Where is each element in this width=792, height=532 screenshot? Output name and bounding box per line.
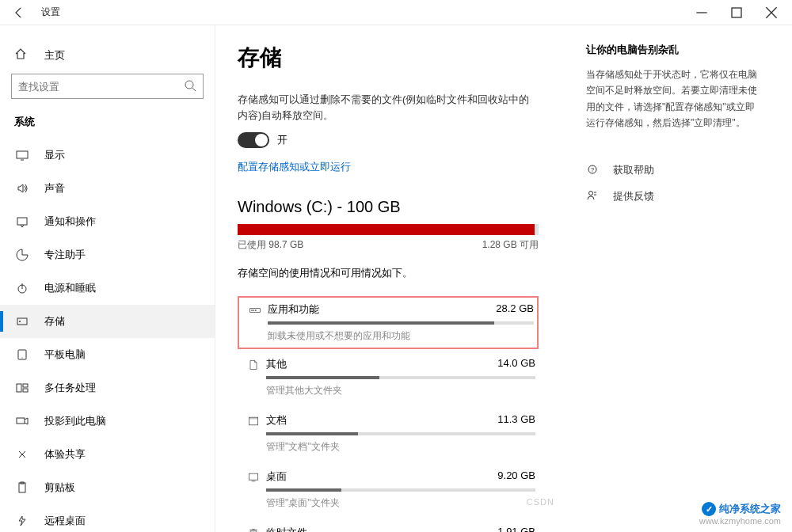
sidebar-item-remote[interactable]: 远程桌面 bbox=[0, 504, 215, 532]
feedback-icon bbox=[586, 189, 605, 204]
category-icon bbox=[241, 469, 266, 510]
sidebar-item-label: 体验共享 bbox=[44, 447, 86, 462]
category-size: 28.2 GB bbox=[496, 302, 534, 317]
svg-rect-23 bbox=[251, 310, 253, 311]
category-item[interactable]: 其他14.0 GB 管理其他大文件夹 bbox=[238, 349, 539, 405]
window-controls bbox=[684, 0, 789, 25]
minimize-button[interactable] bbox=[684, 0, 719, 25]
category-size: 14.0 GB bbox=[497, 357, 535, 371]
sidebar-item-clipboard[interactable]: 剪贴板 bbox=[0, 471, 215, 504]
main-panel: 存储 存储感知可以通过删除不需要的文件(例如临时文件和回收站中的内容)自动释放空… bbox=[215, 25, 792, 532]
storage-icon bbox=[14, 315, 30, 328]
category-item[interactable]: 文档11.3 GB 管理"文档"文件夹 bbox=[238, 405, 539, 462]
sidebar-item-label: 通知和操作 bbox=[44, 215, 96, 229]
sidebar-item-sound[interactable]: 声音 bbox=[0, 172, 215, 205]
help-label: 获取帮助 bbox=[613, 163, 654, 177]
section-label: 系统 bbox=[0, 110, 215, 139]
category-size: 11.3 GB bbox=[497, 413, 535, 428]
sidebar-item-multitask[interactable]: 多任务处理 bbox=[0, 371, 215, 405]
search-icon bbox=[184, 79, 196, 94]
usage-bar bbox=[238, 224, 539, 235]
storage-sense-toggle[interactable] bbox=[238, 132, 269, 148]
category-name: 应用和功能 bbox=[268, 302, 319, 317]
search-input[interactable] bbox=[18, 81, 184, 93]
sidebar-item-label: 专注助手 bbox=[44, 248, 86, 262]
svg-rect-9 bbox=[17, 318, 27, 325]
category-name: 桌面 bbox=[266, 469, 287, 484]
svg-rect-24 bbox=[253, 310, 255, 311]
svg-point-32 bbox=[589, 191, 593, 195]
aside-panel: 让你的电脑告别杂乱 当存储感知处于开状态时，它将仅在电脑空间不足时释放空间。若要… bbox=[586, 43, 760, 516]
logo-icon: ✓ bbox=[702, 502, 716, 516]
sidebar-item-label: 平板电脑 bbox=[44, 348, 86, 362]
sidebar-item-shared[interactable]: 体验共享 bbox=[0, 438, 215, 471]
help-link[interactable]: ? 获取帮助 bbox=[586, 163, 760, 178]
svg-rect-17 bbox=[19, 483, 25, 492]
csdn-watermark: CSDN bbox=[527, 497, 554, 507]
shared-icon bbox=[14, 448, 30, 461]
project-icon bbox=[14, 415, 30, 428]
titlebar: 设置 bbox=[0, 0, 792, 25]
category-item[interactable]: 应用和功能28.2 GB 卸载未使用或不想要的应用和功能 bbox=[238, 296, 539, 349]
focus-icon bbox=[14, 249, 30, 261]
category-bar bbox=[266, 432, 535, 435]
clipboard-icon bbox=[14, 481, 30, 494]
svg-rect-13 bbox=[17, 384, 21, 392]
brand-watermark: ✓纯净系统之家 www.kzmyhome.com bbox=[699, 502, 781, 526]
close-button[interactable] bbox=[754, 0, 789, 25]
svg-rect-14 bbox=[23, 384, 28, 387]
sidebar-item-power[interactable]: 电源和睡眠 bbox=[0, 272, 215, 305]
home-link[interactable]: 主页 bbox=[0, 40, 215, 70]
category-name: 临时文件 bbox=[266, 526, 307, 532]
svg-rect-16 bbox=[17, 418, 25, 424]
svg-rect-28 bbox=[249, 473, 257, 480]
sidebar-item-label: 投影到此电脑 bbox=[44, 414, 106, 428]
sidebar-item-focus[interactable]: 专注助手 bbox=[0, 238, 215, 272]
svg-rect-6 bbox=[17, 218, 27, 225]
multitask-icon bbox=[14, 382, 30, 394]
category-sub: 卸载未使用或不想要的应用和功能 bbox=[268, 329, 534, 343]
free-label: 1.28 GB 可用 bbox=[482, 238, 539, 252]
notifications-icon bbox=[14, 215, 30, 228]
back-button[interactable] bbox=[3, 0, 35, 25]
sidebar-item-label: 远程桌面 bbox=[44, 514, 86, 528]
category-item[interactable]: 桌面9.20 GB 管理"桌面"文件夹 bbox=[238, 462, 539, 518]
toggle-label: 开 bbox=[277, 133, 287, 147]
maximize-button[interactable] bbox=[719, 0, 754, 25]
category-icon bbox=[241, 526, 266, 532]
svg-rect-1 bbox=[732, 8, 741, 17]
svg-line-3 bbox=[192, 88, 196, 91]
sidebar-item-storage[interactable]: 存储 bbox=[0, 305, 215, 338]
category-name: 文档 bbox=[266, 413, 287, 428]
usage-desc: 存储空间的使用情况和可用情况如下。 bbox=[238, 266, 539, 280]
category-sub: 管理"桌面"文件夹 bbox=[266, 496, 535, 510]
configure-link[interactable]: 配置存储感知或立即运行 bbox=[238, 160, 351, 174]
category-name: 其他 bbox=[266, 357, 287, 371]
sidebar-item-label: 存储 bbox=[44, 314, 65, 329]
window-title: 设置 bbox=[41, 6, 60, 19]
sidebar-item-display[interactable]: 显示 bbox=[0, 139, 215, 172]
svg-point-10 bbox=[19, 321, 21, 322]
category-icon bbox=[242, 302, 268, 343]
sidebar: 主页 系统 显示 声音 通知和操作 专注助手 电源和睡眠 存储 bbox=[0, 25, 215, 532]
tip-title: 让你的电脑告别杂乱 bbox=[586, 43, 760, 57]
svg-rect-27 bbox=[249, 417, 257, 419]
category-size: 9.20 GB bbox=[497, 469, 535, 484]
svg-rect-25 bbox=[255, 310, 257, 311]
category-bar bbox=[266, 376, 535, 379]
used-label: 已使用 98.7 GB bbox=[238, 238, 303, 252]
category-icon bbox=[241, 413, 266, 454]
search-box[interactable] bbox=[11, 74, 204, 99]
category-item[interactable]: 临时文件1.91 GB 选择要删除的临时文件 bbox=[238, 518, 539, 532]
sidebar-item-project[interactable]: 投影到此电脑 bbox=[0, 405, 215, 438]
tip-body: 当存储感知处于开状态时，它将仅在电脑空间不足时释放空间。若要立即清理未使用的文件… bbox=[586, 66, 760, 131]
sidebar-item-tablet[interactable]: 平板电脑 bbox=[0, 338, 215, 371]
sidebar-item-label: 多任务处理 bbox=[44, 381, 96, 395]
tablet-icon bbox=[14, 348, 30, 361]
sidebar-item-notifications[interactable]: 通知和操作 bbox=[0, 205, 215, 238]
sidebar-item-label: 显示 bbox=[44, 148, 65, 162]
sidebar-item-label: 剪贴板 bbox=[44, 481, 75, 495]
feedback-link[interactable]: 提供反馈 bbox=[586, 189, 760, 204]
category-sub: 管理"文档"文件夹 bbox=[266, 440, 535, 454]
svg-point-2 bbox=[185, 81, 193, 89]
